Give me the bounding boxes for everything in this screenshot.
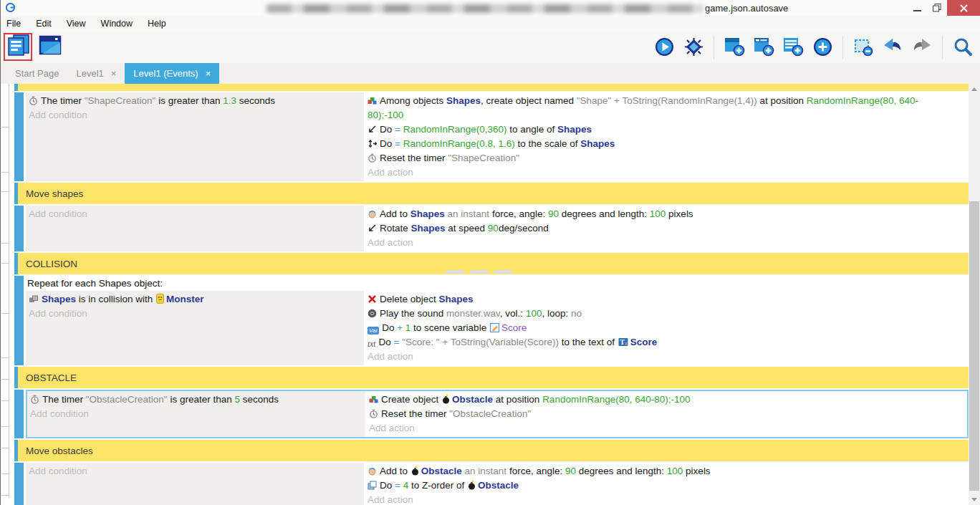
obstacle-object-icon — [411, 466, 419, 476]
event-action-line[interactable]: Delete object Shapes — [368, 292, 941, 307]
event-action-line[interactable]: Reset the timer "ObstacleCreation" — [369, 407, 942, 421]
menu-view[interactable]: View — [67, 19, 86, 29]
tab-level1[interactable]: Level1× — [67, 63, 125, 84]
event-action-line[interactable]: txtDo = "Score: " + ToString(Variable(Sc… — [368, 335, 941, 350]
event-condition-line[interactable]: Shapes is in collision with Monster — [29, 292, 360, 307]
event-action-line[interactable]: Create object Obstacle at position Rando… — [369, 393, 942, 407]
add-condition-link[interactable]: Add condition — [30, 407, 361, 421]
event-rail[interactable] — [14, 276, 24, 365]
text-segment: seconds — [240, 394, 279, 405]
event-row[interactable]: The timer "ShapeCreation" is greater tha… — [14, 92, 969, 181]
add-condition-link[interactable]: Add condition — [29, 307, 360, 321]
debug-button[interactable] — [682, 37, 705, 59]
event-condition-line[interactable]: The timer "ObstacleCreation" is greater … — [30, 393, 361, 407]
text-segment: 90 — [565, 466, 576, 476]
event-columns: Add conditionAdd to Obstacle an instant … — [26, 463, 969, 505]
add-action-link[interactable]: Add action — [368, 236, 941, 250]
tab-close-icon[interactable]: × — [111, 69, 117, 78]
text-segment: monster.wav — [446, 308, 500, 319]
run-button[interactable] — [653, 37, 676, 59]
event-action-line[interactable]: Rotate Shapes at speed 90deg/second — [368, 221, 941, 236]
event-action-line[interactable]: Do = RandomInRange(0.8, 1.6) to the scal… — [368, 137, 941, 151]
application-window: game.json.autosave FileEditViewWindowHel… — [0, 0, 980, 505]
event-row[interactable]: Add conditionAdd to Obstacle an instant … — [14, 463, 969, 505]
event-row[interactable]: Repeat for each Shapes object:Shapes is … — [14, 276, 969, 365]
event-rail[interactable] — [14, 92, 24, 181]
tree-connector — [1, 313, 9, 314]
event-action-line[interactable]: Do = 4 to Z-order of Obstacle — [368, 478, 941, 493]
delete-icon — [368, 294, 377, 304]
event-action-line[interactable]: Do = RandomInRange(0,360) to angle of Sh… — [368, 122, 941, 137]
vertical-scrollbar[interactable] — [969, 84, 980, 505]
tab-label: Level1 — [76, 68, 103, 79]
tree-connector — [1, 191, 9, 192]
event-condition-line[interactable]: The timer "ShapeCreation" is greater tha… — [29, 94, 360, 108]
menu-help[interactable]: Help — [148, 19, 166, 29]
menu-bar: FileEditViewWindowHelp — [0, 16, 980, 32]
angle-icon — [368, 125, 377, 134]
search-button[interactable] — [951, 37, 974, 59]
event-box: Add conditionAdd to Obstacle an instant … — [26, 463, 969, 505]
event-rail[interactable] — [14, 463, 24, 505]
add-new-button[interactable] — [811, 37, 834, 59]
event-action-line[interactable]: Add to Obstacle an instant force, angle:… — [368, 464, 941, 478]
redo-button[interactable] — [911, 37, 933, 59]
menu-window[interactable]: Window — [101, 19, 133, 29]
tab-close-icon[interactable]: × — [206, 69, 211, 78]
menu-file[interactable]: File — [6, 19, 21, 29]
timer-icon — [29, 96, 38, 105]
events-editor-button[interactable] — [7, 35, 30, 58]
event-rail[interactable] — [14, 206, 24, 251]
add-condition-link[interactable]: Add condition — [29, 207, 360, 221]
text-segment: The timer — [41, 95, 85, 106]
obstacle-object-icon — [468, 480, 476, 490]
add-subevent-button[interactable] — [752, 37, 775, 59]
event-group-header[interactable]: Move obstacles — [14, 440, 969, 461]
add-action-link[interactable]: Add action — [368, 493, 941, 505]
scrollbar-thumb[interactable] — [969, 201, 979, 491]
text-segment: Obstacle — [452, 394, 493, 405]
text-segment: "ObstacleCreation" — [86, 394, 168, 405]
event-group-header[interactable]: OBSTACLE — [14, 367, 969, 388]
event-action-line[interactable]: Reset the timer "ShapeCreation" — [368, 151, 941, 165]
text-segment: Delete object — [380, 294, 439, 304]
timer-icon — [30, 395, 39, 404]
repeat-for-each-header[interactable]: Repeat for each Shapes object: — [26, 276, 969, 291]
drag-handle-decoration — [446, 270, 464, 274]
obstacle-object-icon — [442, 394, 450, 404]
deselect-all-button[interactable] — [852, 37, 875, 59]
minimize-button[interactable] — [907, 0, 927, 16]
text-segment: 100 — [650, 208, 666, 219]
undo-button[interactable] — [881, 37, 904, 59]
event-row[interactable]: Add conditionAdd to Shapes an instant fo… — [14, 206, 969, 251]
event-action-line[interactable]: VarDo + 1 to scene variable Score — [368, 321, 941, 335]
add-action-link[interactable]: Add action — [368, 350, 941, 364]
add-condition-link[interactable]: Add condition — [29, 108, 360, 122]
restore-button[interactable] — [927, 0, 947, 16]
event-group-header[interactable]: Move shapes — [14, 183, 969, 204]
conditions-column: Shapes is in collision with MonsterAdd c… — [26, 291, 364, 365]
scrollbar-up-button[interactable] — [971, 87, 977, 91]
add-condition-link[interactable]: Add condition — [29, 464, 360, 478]
event-rail[interactable] — [14, 390, 24, 438]
close-button[interactable] — [947, 0, 980, 16]
tab-level1-events-[interactable]: Level1 (Events)× — [125, 63, 219, 84]
add-comment-button[interactable] — [782, 37, 804, 59]
tab-start-page[interactable]: Start Page — [6, 63, 67, 84]
add-event-button[interactable] — [723, 37, 746, 59]
event-action-line[interactable]: Play the sound monster.wav, vol.: 100, l… — [368, 307, 941, 321]
scene-editor-button[interactable] — [39, 35, 62, 58]
text-segment: deg/second — [499, 223, 549, 234]
event-row[interactable]: The timer "ObstacleCreation" is greater … — [14, 390, 969, 438]
text-segment: Shapes — [410, 208, 445, 219]
add-action-link[interactable]: Add action — [369, 421, 942, 436]
event-action-line[interactable]: Add to Shapes an instant force, angle: 9… — [368, 207, 941, 221]
scrollbar-down-button[interactable] — [971, 498, 977, 501]
event-group-header[interactable]: COLLISION — [14, 253, 969, 274]
timer-icon — [369, 409, 378, 418]
add-action-link[interactable]: Add action — [368, 165, 941, 180]
menu-edit[interactable]: Edit — [36, 19, 52, 29]
group-band — [18, 84, 969, 91]
event-action-line[interactable]: Among objects Shapes, create object name… — [368, 94, 941, 122]
text-segment: "ShapeCreation" — [85, 95, 156, 106]
